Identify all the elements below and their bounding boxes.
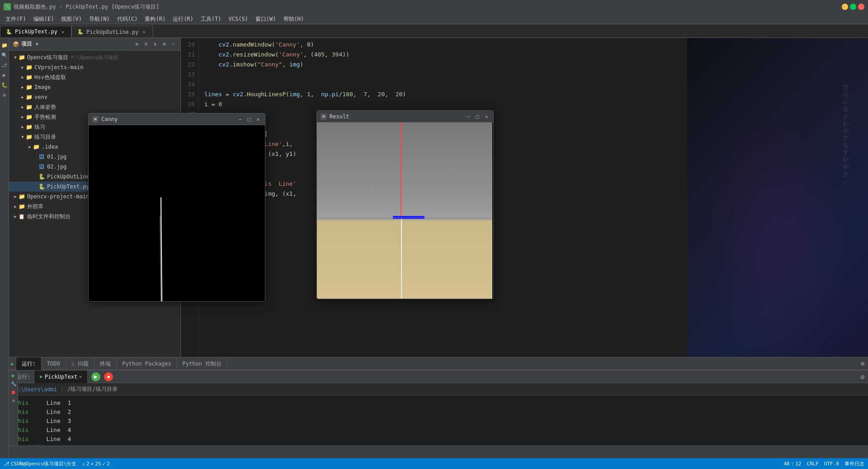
collapse-all-btn[interactable]: ≡ bbox=[142, 41, 150, 48]
folder-icon-practice-dir: 📁 bbox=[25, 133, 33, 141]
code-line-25: lines = cv2.HoughLinesP(img, 1, np.pi/18… bbox=[204, 89, 687, 99]
problems-icon: ⚠ bbox=[71, 361, 75, 367]
project-tree-controls: ⊕ ≡ ⇅ ⚙ − bbox=[133, 41, 177, 48]
nav-tab-run[interactable]: 运行: bbox=[16, 357, 42, 370]
canny-controls: − □ ✕ bbox=[237, 116, 261, 122]
titlebar: 🔧 视频截取颜色.py - PickUpText.py [Opencv练习项目]… bbox=[0, 0, 868, 14]
code-line-21: cv2.resizeWindow('Canny', (405, 394)) bbox=[204, 50, 687, 60]
tab-pickuptext[interactable]: 🐍 PickUpText.py ✕ bbox=[0, 26, 71, 38]
menu-refactor[interactable]: 重构(R) bbox=[141, 14, 169, 24]
minimize-button[interactable]: − bbox=[842, 4, 848, 10]
settings-btn[interactable]: ⚙ bbox=[160, 41, 168, 48]
nav-tab-console[interactable]: Python 控制台 bbox=[177, 357, 228, 370]
tab-pickupoutline[interactable]: 🐍 PickUpOutLine.py ✕ bbox=[71, 26, 153, 38]
nav-tab-terminal[interactable]: 终端 bbox=[94, 357, 117, 370]
status-errors-count: 25 bbox=[95, 461, 101, 467]
tree-external-label: 外部库 bbox=[27, 203, 43, 211]
svg-point-13 bbox=[429, 203, 431, 205]
bottom-stop-icon[interactable]: ■ bbox=[12, 389, 15, 395]
bottom-tool2[interactable]: ≡ bbox=[12, 398, 14, 403]
img-icon-01: 🖼 bbox=[38, 153, 45, 160]
nav-tab-packages[interactable]: Python Packages bbox=[117, 357, 177, 370]
status-line-ending[interactable]: CRLF bbox=[807, 460, 819, 467]
menu-run[interactable]: 运行(R) bbox=[169, 14, 197, 24]
folder-icon-practice: 📁 bbox=[25, 123, 33, 131]
sidebar-search-icon[interactable]: 🔍 bbox=[1, 52, 8, 59]
editor-tabs: 🐍 PickUpText.py ✕ 🐍 PickUpOutLine.py ✕ bbox=[0, 26, 153, 38]
settings-gear-icon[interactable]: ⚙ bbox=[861, 360, 864, 367]
status-branch[interactable]: ⎇ CSDN@Opencv练习项目\分支 bbox=[4, 460, 76, 467]
menu-vcs[interactable]: VCS(S) bbox=[225, 14, 252, 24]
result-window: ■ Result − □ ✕ bbox=[316, 110, 494, 299]
run-stop-btn[interactable]: ■ bbox=[104, 372, 113, 381]
sidebar-debug-icon[interactable]: 🐛 bbox=[1, 81, 8, 89]
statusbar: ⎇ CSDN@Opencv练习项目\分支 ⚠ 2 ✕ 25 ✓ 2 48:12 … bbox=[0, 458, 868, 469]
menu-help[interactable]: 帮助(H) bbox=[280, 14, 308, 24]
folder-icon-external: 📁 bbox=[18, 203, 25, 210]
status-encoding[interactable]: UTF-8 bbox=[824, 460, 839, 467]
menu-file[interactable]: 文件(F) bbox=[2, 14, 30, 24]
menu-edit[interactable]: 编辑(E) bbox=[30, 14, 58, 24]
folder-icon-hsv: 📁 bbox=[25, 74, 33, 81]
run-close-icon[interactable]: ✕ bbox=[79, 371, 82, 383]
canny-title-text: Canny bbox=[101, 116, 237, 122]
result-maximize-btn[interactable]: □ bbox=[474, 113, 481, 120]
window-controls: − □ × bbox=[842, 4, 864, 10]
canny-minimize-btn[interactable]: − bbox=[237, 116, 243, 122]
menu-tools[interactable]: 工具(T) bbox=[197, 14, 225, 24]
tab-close-1[interactable]: ✕ bbox=[60, 29, 66, 34]
canny-svg bbox=[89, 125, 265, 301]
tree-idea-arrow: ▶ bbox=[27, 145, 33, 149]
tree-image[interactable]: ▶ 📁 Image bbox=[9, 82, 180, 92]
tree-practice-dir-arrow: ▼ bbox=[20, 135, 25, 139]
canny-maximize-btn[interactable]: □ bbox=[246, 116, 252, 122]
maximize-button[interactable]: □ bbox=[850, 4, 856, 10]
result-close-btn[interactable]: ✕ bbox=[483, 113, 490, 120]
sort-btn[interactable]: ⇅ bbox=[151, 41, 159, 48]
tree-venv-arrow: ▶ bbox=[20, 95, 25, 99]
tree-hsv[interactable]: ▶ 📁 Hsv色域提取 bbox=[9, 72, 180, 82]
canny-content bbox=[89, 125, 265, 301]
svg-rect-4 bbox=[317, 122, 492, 299]
locate-file-btn[interactable]: ⊕ bbox=[133, 41, 141, 48]
run-play-btn[interactable]: ▶ bbox=[91, 372, 100, 381]
nav-tab-todo[interactable]: TODO bbox=[42, 357, 66, 370]
bottom-panel-tabs: 运行: ▶ PickUpText ✕ ▶ ■ bbox=[13, 371, 113, 383]
status-ok-count: 2 bbox=[107, 461, 110, 467]
tree-cvprojects[interactable]: ▶ 📁 CVprojects-main bbox=[9, 62, 180, 72]
tree-pose[interactable]: ▶ 📁 人体姿势 bbox=[9, 102, 180, 112]
bottom-tool1[interactable]: 🔧 bbox=[11, 381, 16, 386]
tree-temp-arrow: ▶ bbox=[13, 214, 18, 219]
sidebar-project-icon[interactable]: 📁 bbox=[1, 42, 8, 49]
close-button[interactable]: × bbox=[858, 4, 864, 10]
tab-label-2: PickUpOutLine.py bbox=[86, 29, 139, 35]
canny-window: ■ Canny − □ ✕ bbox=[88, 113, 265, 302]
hide-panel-btn[interactable]: − bbox=[170, 41, 177, 48]
canny-titlebar: ■ Canny − □ ✕ bbox=[89, 113, 265, 125]
status-warnings[interactable]: ⚠ 2 ✕ 25 ✓ 2 bbox=[82, 461, 109, 467]
canny-window-icon: ■ bbox=[92, 116, 99, 122]
tree-root[interactable]: ▼ 📁 Opencv练习项目 F:\Opencv练习项目 bbox=[9, 52, 180, 62]
canny-close-btn[interactable]: ✕ bbox=[255, 116, 261, 122]
status-event-log[interactable]: 事件日志 bbox=[844, 460, 864, 467]
nav-tab-problems[interactable]: ⚠ 问题 bbox=[66, 357, 94, 370]
bottom-settings-icon[interactable]: ⚙ bbox=[861, 373, 864, 380]
tree-cvprojects-arrow: ▶ bbox=[20, 65, 25, 70]
tree-gesture-arrow: ▶ bbox=[20, 115, 25, 119]
tab-close-2[interactable]: ✕ bbox=[142, 29, 147, 35]
tree-img2-label: 02.jpg bbox=[47, 164, 66, 170]
bottom-run-icon[interactable]: ▶ bbox=[12, 372, 15, 379]
project-dropdown-icon[interactable]: ▼ bbox=[36, 42, 38, 47]
tree-root-path: F:\Opencv练习项目 bbox=[71, 54, 118, 61]
bottom-nav-tab-list: ▶ 运行: TODO ⚠ 问题 终端 Python Packages Pytho… bbox=[9, 357, 857, 370]
bottom-tab-run[interactable]: ▶ PickUpText ✕ bbox=[34, 371, 88, 383]
menu-view[interactable]: 视图(V) bbox=[57, 14, 85, 24]
menu-code[interactable]: 代码(C) bbox=[113, 14, 142, 24]
tree-venv[interactable]: ▶ 📁 venv bbox=[9, 92, 180, 102]
sidebar-git-icon[interactable]: ⎇ bbox=[1, 61, 8, 69]
result-minimize-btn[interactable]: − bbox=[465, 113, 472, 120]
menu-window[interactable]: 窗口(W) bbox=[252, 14, 280, 24]
sidebar-settings-icon[interactable]: ⚙ bbox=[1, 91, 8, 98]
menu-navigate[interactable]: 导航(N) bbox=[85, 14, 113, 24]
sidebar-run-icon[interactable]: ▶ bbox=[1, 71, 8, 79]
